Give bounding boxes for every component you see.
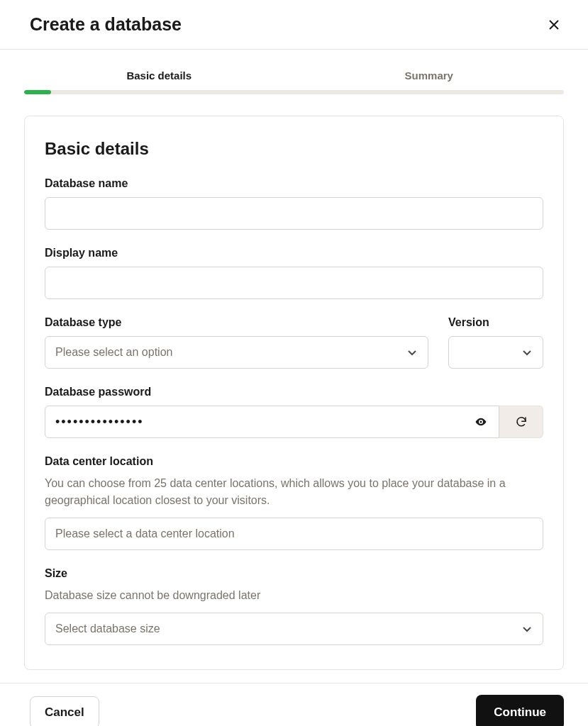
display-name-input[interactable] — [45, 267, 543, 299]
display-name-label: Display name — [45, 247, 543, 259]
chevron-down-icon — [521, 347, 533, 358]
field-row-type-version: Database type Please select an option Ve… — [45, 316, 543, 369]
field-location: Data center location You can choose from… — [45, 455, 543, 550]
password-visibility-toggle[interactable] — [472, 415, 490, 428]
field-display-name: Display name — [45, 247, 543, 299]
password-row: ••••••••••••••• — [45, 406, 543, 438]
wizard-progress-track — [24, 90, 564, 94]
database-name-label: Database name — [45, 177, 543, 190]
refresh-icon — [515, 415, 528, 428]
modal-title: Create a database — [30, 14, 182, 35]
wizard-progress-fill — [24, 90, 51, 94]
size-select[interactable]: Select database size — [45, 613, 543, 645]
location-label: Data center location — [45, 455, 543, 468]
field-database-type: Database type Please select an option — [45, 316, 428, 369]
version-select[interactable] — [448, 336, 543, 369]
location-placeholder: Please select a data center location — [55, 527, 235, 540]
tab-basic-details[interactable]: Basic details — [24, 62, 294, 90]
section-title: Basic details — [45, 139, 543, 159]
field-database-name: Database name — [45, 177, 543, 230]
password-value: ••••••••••••••• — [55, 415, 472, 430]
password-label: Database password — [45, 386, 543, 398]
password-regenerate-button[interactable] — [499, 406, 543, 438]
size-help-text: Database size cannot be downgraded later — [45, 587, 543, 604]
field-version: Version — [448, 316, 543, 369]
database-type-label: Database type — [45, 316, 428, 329]
database-name-input[interactable] — [45, 197, 543, 230]
field-size: Size Database size cannot be downgraded … — [45, 567, 543, 645]
password-input-wrap[interactable]: ••••••••••••••• — [45, 406, 499, 438]
continue-button[interactable]: Continue — [476, 695, 564, 726]
form-card: Basic details Database name Display name… — [24, 116, 564, 670]
database-type-placeholder: Please select an option — [55, 346, 172, 359]
modal-footer: Cancel Continue — [0, 683, 588, 726]
field-password: Database password ••••••••••••••• — [45, 386, 543, 438]
version-label: Version — [448, 316, 543, 329]
wizard-tabs: Basic details Summary — [0, 62, 588, 90]
database-type-select[interactable]: Please select an option — [45, 336, 428, 369]
size-placeholder: Select database size — [55, 622, 160, 635]
eye-icon — [475, 415, 487, 428]
close-button[interactable] — [544, 15, 564, 35]
cancel-button[interactable]: Cancel — [30, 696, 99, 726]
location-help-text: You can choose from 25 data center locat… — [45, 475, 543, 509]
modal-header: Create a database — [0, 0, 588, 50]
chevron-down-icon — [521, 623, 533, 635]
chevron-down-icon — [406, 347, 418, 358]
close-icon — [548, 19, 560, 30]
tab-summary[interactable]: Summary — [294, 62, 565, 90]
size-label: Size — [45, 567, 543, 580]
location-select[interactable]: Please select a data center location — [45, 518, 543, 550]
